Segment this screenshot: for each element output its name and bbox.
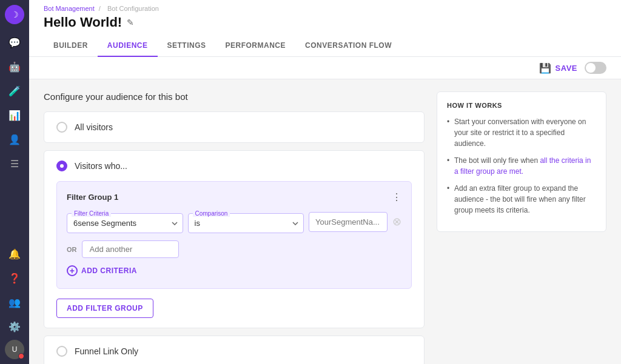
sidebar-item-experiment[interactable]: 🧪: [4, 80, 25, 102]
visitors-who-label: Visitors who...: [75, 161, 127, 171]
section-title: Configure your audience for this bot: [44, 91, 425, 102]
sidebar-item-menu[interactable]: ☰: [4, 153, 25, 174]
filter-group-title: Filter Group 1: [67, 193, 118, 202]
breadcrumb-separator: /: [99, 5, 101, 12]
sidebar-item-chat[interactable]: 💬: [4, 31, 25, 53]
how-item-3: Add an extra filter group to expand the …: [447, 183, 596, 216]
sidebar-item-notifications[interactable]: 🔔: [4, 243, 25, 265]
option-funnel-link-label: Funnel Link Only: [75, 346, 138, 356]
how-it-works-panel: HOW IT WORKS Start your conversation wit…: [437, 91, 606, 232]
filter-group-header: Filter Group 1 ⋮: [67, 191, 401, 203]
option-funnel-link[interactable]: Funnel Link Only: [44, 336, 425, 364]
save-button[interactable]: 💾 SAVE: [539, 62, 577, 74]
or-label: OR: [67, 246, 77, 253]
page-title-row: Hello World! ✎: [44, 15, 606, 30]
sidebar-item-help[interactable]: ❓: [4, 267, 25, 289]
sidebar-item-contacts[interactable]: 👤: [4, 128, 25, 150]
breadcrumb-parent[interactable]: Bot Management: [44, 5, 95, 12]
filter-group-menu-icon[interactable]: ⋮: [392, 191, 401, 203]
filter-criteria-group: Filter Criteria 6sense Segments: [67, 210, 183, 233]
header-area: Bot Management / Bot Configuration Hello…: [29, 0, 621, 57]
tab-conversation-flow[interactable]: CONVERSATION FLOW: [295, 35, 401, 57]
save-disk-icon: 💾: [539, 62, 552, 74]
tab-audience[interactable]: AUDIENCE: [98, 35, 158, 57]
breadcrumb: Bot Management / Bot Configuration: [44, 5, 606, 12]
comparison-label: Comparison: [193, 210, 230, 217]
main-content: Bot Management / Bot Configuration Hello…: [29, 0, 621, 364]
save-label: SAVE: [556, 64, 577, 73]
right-panel: HOW IT WORKS Start your conversation wit…: [437, 91, 606, 352]
how-item-2-text: The bot will only fire when all the crit…: [454, 156, 591, 176]
edit-title-icon[interactable]: ✎: [127, 18, 134, 27]
sidebar-item-analytics[interactable]: 📊: [4, 104, 25, 126]
add-criteria-label: ADD CRITERIA: [81, 266, 137, 275]
how-it-works-title: HOW IT WORKS: [447, 102, 596, 109]
how-item-1: Start your conversation with everyone on…: [447, 116, 596, 149]
avatar[interactable]: U: [5, 340, 24, 359]
option-all-visitors-label: All visitors: [75, 122, 113, 132]
radio-visitors-who[interactable]: [56, 160, 67, 171]
toggle-switch[interactable]: [585, 62, 606, 74]
sidebar: ☽ 💬 🤖 🧪 📊 👤 ☰ 🔔 ❓ 👥 ⚙️ U: [0, 0, 29, 364]
how-item-2: The bot will only fire when all the crit…: [447, 155, 596, 177]
comparison-group: Comparison is: [188, 210, 304, 233]
clear-filter-icon[interactable]: ⊗: [392, 215, 401, 228]
tab-builder[interactable]: BUILDER: [44, 35, 98, 57]
how-it-works-list: Start your conversation with everyone on…: [447, 116, 596, 216]
save-bar: 💾 SAVE: [29, 57, 621, 79]
tab-settings[interactable]: SETTINGS: [158, 35, 216, 57]
filter-criteria-row: Filter Criteria 6sense Segments Comparis…: [67, 210, 401, 233]
sidebar-logo[interactable]: ☽: [5, 5, 24, 24]
filter-group-1: Filter Group 1 ⋮ Filter Criteria 6sense …: [56, 181, 412, 289]
visitors-header: Visitors who...: [56, 160, 412, 171]
option-visitors-who: Visitors who... Filter Group 1 ⋮ Filter …: [44, 150, 425, 328]
filter-value-input[interactable]: [309, 212, 388, 232]
radio-all-visitors[interactable]: [56, 122, 67, 133]
left-panel: Configure your audience for this bot All…: [44, 91, 425, 352]
or-row: OR: [67, 240, 401, 258]
add-criteria-icon: +: [67, 265, 78, 276]
add-criteria-button[interactable]: + ADD CRITERIA: [67, 263, 137, 279]
add-another-input[interactable]: [82, 240, 179, 258]
tab-performance[interactable]: PERFORMANCE: [216, 35, 296, 57]
page-title: Hello World!: [44, 15, 122, 30]
breadcrumb-current: Bot Configuration: [107, 5, 159, 12]
sidebar-item-settings[interactable]: ⚙️: [4, 316, 25, 337]
content-area: Configure your audience for this bot All…: [29, 79, 621, 364]
sidebar-item-bot[interactable]: 🤖: [4, 56, 25, 78]
filter-criteria-label: Filter Criteria: [72, 210, 111, 217]
sidebar-item-team[interactable]: 👥: [4, 291, 25, 313]
tabs-bar: BUILDER AUDIENCE SETTINGS PERFORMANCE CO…: [44, 35, 606, 56]
option-all-visitors[interactable]: All visitors: [44, 111, 425, 143]
add-filter-group-button[interactable]: ADD FILTER GROUP: [56, 299, 153, 318]
radio-funnel-link[interactable]: [56, 346, 67, 357]
